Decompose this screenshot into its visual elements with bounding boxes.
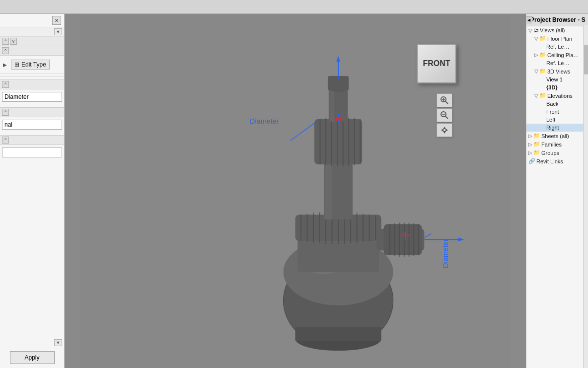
tree-item-3d-views[interactable]: ▽ 📁 3D Views <box>526 67 583 75</box>
expand-families-icon: ▷ <box>528 142 532 147</box>
nav-cube[interactable]: FRONT <box>417 44 456 83</box>
edit-type-section: ^ ▶ ⊞ Edit Type <box>0 46 64 76</box>
svg-point-3 <box>300 241 348 274</box>
expand-sheets-icon: ▷ <box>528 133 532 139</box>
groups-folder-icon: 📁 <box>533 149 540 156</box>
nal-input[interactable] <box>2 120 62 130</box>
tree-item-back[interactable]: Back <box>526 100 583 108</box>
expand-arrow-icon: ▶ <box>3 62 7 68</box>
svg-point-6 <box>295 217 381 241</box>
tree-item-front[interactable]: Front <box>526 108 583 116</box>
3d-views-folder-icon: 📁 <box>539 68 546 74</box>
svg-point-55 <box>295 327 381 351</box>
expand-ceiling-icon: ▷ <box>534 52 538 58</box>
svg-point-34 <box>328 84 349 91</box>
svg-point-1 <box>283 253 393 348</box>
ceiling-plan-label: Ceiling Pla… <box>547 52 579 58</box>
tree-item-right[interactable]: Right <box>526 124 583 132</box>
main-layout: × ▼ ^ v ^ ▶ ⊞ Edit Type <box>0 14 588 368</box>
edit-type-icon: ⊞ <box>14 61 19 68</box>
sheets-label: Sheets (all) <box>541 133 569 139</box>
scroll-down-button[interactable]: ▼ <box>54 28 62 35</box>
elevations-label: Elevations <box>547 93 573 99</box>
tree-item-ceiling-plan[interactable]: ▷ 📁 Ceiling Pla… <box>526 51 583 59</box>
scrollbar-thumb[interactable] <box>584 45 588 74</box>
section-toggle-btn[interactable]: ^ <box>2 47 9 54</box>
front-label: Front <box>546 109 559 115</box>
svg-rect-21 <box>324 162 353 219</box>
edit-type-button[interactable]: ⊞ Edit Type <box>11 60 50 70</box>
svg-rect-5 <box>297 234 379 241</box>
tree-item-3d[interactable]: {3D} <box>526 83 583 91</box>
svg-rect-54 <box>403 233 407 237</box>
expand-views-icon: ▽ <box>528 28 532 33</box>
tree-item-floor-plan[interactable]: ▽ 📁 Floor Plan <box>526 34 583 43</box>
expand-3d-icon: ▽ <box>534 69 538 74</box>
tree-item-ref-le-2[interactable]: Ref. Le… <box>526 59 583 67</box>
zoom-in-button[interactable] <box>437 93 452 107</box>
views-folder-icon: 🗂 <box>533 27 539 33</box>
right-label: Right <box>546 125 559 131</box>
close-button[interactable]: × <box>52 16 61 25</box>
right-panel-scrollbar[interactable] <box>583 25 588 368</box>
collapse-controls: ^ v <box>2 38 17 45</box>
svg-marker-72 <box>445 129 448 132</box>
svg-marker-71 <box>441 129 443 132</box>
collapse-down-btn[interactable]: v <box>10 38 17 45</box>
tree-item-groups[interactable]: ▷ 📁 Groups <box>526 148 583 157</box>
svg-rect-51 <box>336 117 340 121</box>
zoom-out-button[interactable] <box>437 108 452 122</box>
diameter-input[interactable] <box>2 92 62 102</box>
pan-button[interactable] <box>437 123 452 137</box>
svg-marker-37 <box>336 56 340 62</box>
tree-item-views-all[interactable]: ▽ 🗂 Views (all) <box>526 26 583 34</box>
svg-rect-23 <box>314 119 362 164</box>
tree-item-left[interactable]: Left <box>526 116 583 124</box>
svg-rect-7 <box>295 215 381 241</box>
project-browser-panel: Project Browser - S ◀ ▽ 🗂 Views (all) ▽ … <box>526 14 588 368</box>
elevations-folder-icon: 📁 <box>539 92 546 99</box>
families-folder-icon: 📁 <box>533 141 540 147</box>
tree-item-families[interactable]: ▷ 📁 Families <box>526 140 583 148</box>
svg-text:Diameter: Diameter <box>250 117 279 125</box>
families-label: Families <box>541 142 562 147</box>
nav-cube-front-face: FRONT <box>417 44 456 83</box>
tree-item-view-1[interactable]: View 1 <box>526 75 583 83</box>
collapse-up-btn[interactable]: ^ <box>2 38 9 45</box>
scroll-down-bottom[interactable]: ▼ <box>54 339 62 346</box>
section3-toggle[interactable]: ^ <box>2 137 9 144</box>
svg-rect-56 <box>295 327 381 341</box>
diameter-field-container <box>0 89 64 104</box>
browser-collapse-button[interactable]: ◀ <box>526 16 532 23</box>
project-browser-tree: ▽ 🗂 Views (all) ▽ 📁 Floor Plan Ref. Le… … <box>526 26 588 368</box>
svg-line-57 <box>291 121 317 140</box>
floor-plan-folder-icon: 📁 <box>539 35 546 42</box>
svg-rect-35 <box>328 76 349 90</box>
svg-line-60 <box>424 234 431 238</box>
svg-rect-33 <box>330 88 335 121</box>
left-panel: × ▼ ^ v ^ ▶ ⊞ Edit Type <box>0 14 65 368</box>
apply-button[interactable]: Apply <box>10 351 55 364</box>
svg-rect-4 <box>297 234 379 272</box>
edit-type-label: Edit Type <box>21 61 46 68</box>
viewport-controls <box>437 93 452 137</box>
svg-point-2 <box>283 238 393 305</box>
nal-field-container <box>0 117 64 132</box>
tree-item-revit-links[interactable]: 🔗 Revit Links <box>526 157 583 165</box>
tree-item-elevations[interactable]: ▽ 📁 Elevations <box>526 91 583 100</box>
3d-views-label: 3D Views <box>547 69 570 74</box>
tree-item-sheets[interactable]: ▷ 📁 Sheets (all) <box>526 132 583 140</box>
revit-links-label: Revit Links <box>536 158 563 164</box>
view-1-label: View 1 <box>546 76 563 82</box>
section2-toggle[interactable]: ^ <box>2 109 9 116</box>
expand-groups-icon: ▷ <box>528 150 532 155</box>
3d-label: {3D} <box>546 84 558 90</box>
empty-input[interactable] <box>2 147 62 157</box>
viewport: Diameter Diameter FRONT <box>65 14 526 368</box>
floor-plan-label: Floor Plan <box>547 36 572 42</box>
sheets-folder-icon: 📁 <box>533 133 540 139</box>
constraints-toggle[interactable]: ^ <box>2 81 9 88</box>
tree-item-ref-le-1[interactable]: Ref. Le… <box>526 43 583 51</box>
svg-line-63 <box>445 101 448 104</box>
expand-floor-icon: ▽ <box>534 36 538 41</box>
